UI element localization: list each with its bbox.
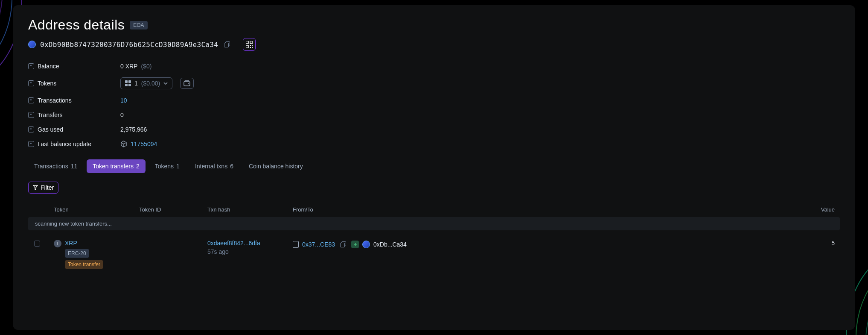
last-update-link[interactable]: 11755094 [131, 141, 157, 147]
direction-arrow-in [351, 241, 359, 248]
table-row: T XRP ERC-20 Token transfer 0xdaeef8f842… [28, 234, 840, 275]
balance-label: Balance [38, 63, 59, 70]
row-value: 5 [583, 240, 840, 247]
svg-rect-3 [250, 45, 251, 46]
copy-icon [340, 241, 346, 247]
th-from-to: From/To [293, 206, 583, 213]
tokens-label: Tokens [38, 80, 56, 87]
th-token-id: Token ID [139, 206, 207, 213]
tokens-dropdown[interactable]: 1 ($0.00) [120, 77, 172, 89]
txn-hash-link[interactable]: 0xdaeef8f842...6dfa [207, 240, 293, 247]
qr-button[interactable] [243, 38, 256, 51]
filter-label: Filter [41, 184, 54, 191]
tab-internal-txns[interactable]: Internal txns 6 [189, 159, 239, 173]
wallet-button[interactable] [180, 78, 194, 89]
info-icon [28, 63, 34, 69]
svg-rect-4 [252, 45, 253, 46]
svg-point-8 [188, 83, 189, 84]
contract-icon [293, 241, 299, 248]
tab-tokens[interactable]: Tokens 1 [149, 159, 186, 173]
filter-button[interactable]: Filter [28, 182, 58, 194]
row-checkbox[interactable] [34, 241, 40, 247]
gas-label: Gas used [38, 126, 63, 133]
grid-icon [125, 80, 131, 86]
token-symbol-link[interactable]: XRP [65, 240, 77, 247]
transfers-value: 0 [120, 112, 124, 118]
copy-from-button[interactable] [338, 240, 348, 249]
qr-icon [246, 41, 253, 48]
transfer-type-badge: Token transfer [65, 260, 103, 269]
transactions-label: Transactions [38, 97, 72, 104]
svg-rect-1 [250, 41, 253, 44]
svg-rect-5 [250, 47, 251, 48]
tab-token-transfers[interactable]: Token transfers 2 [87, 159, 146, 173]
info-row-transactions: Transactions 10 [28, 97, 840, 104]
copy-icon [224, 41, 230, 47]
copy-address-button[interactable] [222, 40, 232, 49]
info-icon [28, 141, 34, 147]
info-icon [28, 97, 34, 103]
tokens-count: 1 [134, 80, 138, 87]
tab-transactions[interactable]: Transactions 11 [28, 159, 83, 173]
token-avatar: T [54, 240, 61, 247]
svg-rect-0 [246, 41, 248, 44]
table-header: Token Token ID Txn hash From/To Value [28, 202, 840, 217]
block-icon [120, 141, 127, 147]
token-type-badge: ERC-20 [65, 249, 89, 258]
th-token: Token [54, 206, 139, 213]
balance-fiat: ($0) [141, 63, 151, 70]
info-icon [28, 80, 34, 86]
info-row-balance: Balance 0 XRP ($0) [28, 63, 840, 70]
info-row-tokens: Tokens 1 ($0.00) [28, 77, 840, 89]
txn-time: 57s ago [207, 248, 293, 255]
balance-value: 0 XRP [120, 63, 137, 70]
address-hash: 0xDb90Bb87473200376D76b625CcD30D89A9e3Ca… [40, 41, 218, 49]
gas-value: 2,975,966 [120, 126, 147, 133]
chevron-down-icon [163, 82, 168, 85]
transfers-label: Transfers [38, 112, 63, 118]
th-value: Value [583, 206, 840, 213]
svg-rect-2 [246, 45, 248, 48]
info-row-gas: Gas used 2,975,966 [28, 126, 840, 133]
tokens-fiat: ($0.00) [141, 80, 160, 87]
page-title: Address details [28, 17, 125, 33]
filter-icon [33, 185, 38, 190]
th-txn-hash: Txn hash [207, 206, 293, 213]
address-logo [28, 41, 36, 48]
info-row-transfers: Transfers 0 [28, 112, 840, 118]
from-address-link[interactable]: 0x37...CE83 [302, 241, 335, 248]
tab-coin-balance-history[interactable]: Coin balance history [243, 159, 309, 173]
info-icon [28, 126, 34, 132]
to-address: 0xDb...Ca34 [373, 241, 407, 248]
transactions-link[interactable]: 10 [120, 97, 127, 104]
scanning-status: scanning new token transfers... [28, 217, 840, 230]
wallet-icon [184, 80, 190, 86]
svg-rect-6 [252, 47, 253, 48]
to-address-logo [362, 241, 370, 248]
info-icon [28, 112, 34, 118]
info-row-last-update: Last balance update 11755094 [28, 141, 840, 147]
eoa-badge: EOA [130, 21, 147, 29]
last-update-label: Last balance update [38, 141, 91, 147]
